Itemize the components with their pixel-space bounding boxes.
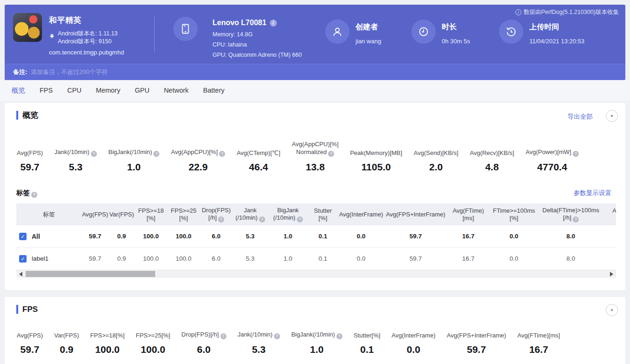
note-label: 备注: — [13, 68, 27, 76]
report-header-main: 和平精英 Android版本名: 1.11.13 Android版本号: 915… — [5, 5, 625, 64]
creator-icon — [325, 20, 349, 44]
android-icon — [49, 33, 55, 46]
overview-metrics: Avg(FPS) 59.7 Jank(/10min) 5.3 BigJank(/… — [5, 122, 625, 173]
upload-time-value: 11/04/2021 13:20:53 — [529, 38, 584, 45]
table-column: FPS>=18[%] 100.0 100.0 — [135, 203, 167, 270]
device-memory: Memory: 14.8G — [212, 29, 302, 40]
tab-gpu[interactable]: GPU — [135, 87, 149, 94]
parameter-display-settings-link[interactable]: 参数显示设置 — [574, 189, 611, 197]
tab-memory[interactable]: Memory — [96, 87, 120, 94]
metric-avg-ftime: Avg(FTime)[ms] 16.7 — [517, 331, 560, 355]
upload-time-label: 上传时间 — [529, 22, 584, 32]
app-icon — [13, 13, 42, 42]
device-cpu: CPU: lahaina — [212, 40, 302, 50]
metric-avg-interframe: Avg(InterFrame) 0.0 — [391, 331, 435, 355]
help-icon[interactable] — [219, 151, 225, 157]
metric-drop-fps: Drop(FPS)[/h] 6.0 — [181, 330, 226, 355]
help-icon[interactable] — [328, 151, 334, 157]
table-scroll-area[interactable]: Avg(FPS) 59.7 59.7 Var(FPS) 0.9 0.9 FPS>… — [82, 203, 616, 270]
metric-avg-power: Avg(Power)[mW] 4770.4 — [526, 148, 579, 173]
device-name: Lenovo L70081 — [212, 19, 267, 27]
table-column: Avg(InterFrame) 0.0 0.0 — [338, 203, 384, 270]
table-column: Avg(FPS) 59.7 59.7 — [82, 203, 109, 270]
checkbox-all[interactable] — [19, 233, 27, 240]
creator-label: 创建者 — [356, 22, 381, 32]
overview-collapse-button[interactable] — [606, 110, 618, 122]
overview-title: 概览 — [16, 111, 616, 120]
metric-bigjank: BigJank(/10min) 1.0 — [291, 330, 342, 355]
table-row-all-label: All — [16, 225, 82, 248]
scroll-right-arrow[interactable] — [610, 272, 613, 276]
scroll-left-arrow[interactable] — [19, 272, 22, 276]
help-icon[interactable] — [218, 216, 224, 222]
creator-value: jian wang — [356, 38, 381, 45]
tab-battery[interactable]: Battery — [203, 87, 225, 94]
duration-label: 时长 — [442, 22, 470, 32]
help-icon[interactable] — [297, 216, 303, 222]
help-icon[interactable] — [31, 192, 37, 198]
app-info: 和平精英 Android版本名: 1.11.13 Android版本号: 915… — [49, 15, 124, 56]
app-name: 和平精英 — [49, 15, 124, 26]
help-icon[interactable] — [274, 333, 280, 339]
table-column-truncated: Avg(AppCPU)[%] 22.9 22.9 — [603, 203, 616, 270]
metric-fps-ge-18: FPS>=18[%] 100.0 — [90, 331, 125, 355]
device-info: Lenovo L70081 Memory: 14.8G CPU: lahaina… — [212, 19, 302, 60]
android-version-name: Android版本名: 1.11.13 — [58, 30, 117, 38]
report-header: 和平精英 Android版本名: 1.11.13 Android版本号: 915… — [5, 5, 625, 80]
scrollbar-thumb[interactable] — [26, 271, 155, 277]
note-bar: 备注: 添加备注，不超过200个字符 — [5, 64, 625, 80]
overview-card: 概览 导出全部 Avg(FPS) 59.7 Jank(/10min) 5.3 B… — [5, 103, 625, 290]
help-icon[interactable] — [91, 151, 97, 157]
help-icon[interactable] — [220, 333, 226, 339]
table-column: FTime>=100ms[%] 0.0 0.0 — [490, 203, 538, 270]
device-info-icon[interactable] — [270, 20, 277, 27]
android-version-code: Android版本号: 9150 — [58, 38, 117, 46]
tab-overview[interactable]: 概览 — [12, 86, 25, 95]
help-icon[interactable] — [336, 333, 342, 339]
metric-bigjank: BigJank(/10min) 1.0 — [109, 148, 160, 173]
upload-time-info: 上传时间 11/04/2021 13:20:53 — [529, 22, 584, 45]
tab-network[interactable]: Network — [164, 87, 189, 94]
metric-avg-ctemp: Avg(CTemp)[℃] 46.4 — [237, 149, 281, 173]
fps-metrics: Avg(FPS) 59.7 Var(FPS) 0.9 FPS>=18[%] 10… — [5, 317, 625, 355]
metric-avg-recv: Avg(Recv)[KB/s] 4.8 — [470, 149, 514, 173]
creator-info: 创建者 jian wang — [356, 22, 381, 45]
help-icon[interactable] — [573, 151, 579, 157]
section-tabbar: 概览 FPS CPU Memory GPU Network Battery — [0, 80, 630, 101]
export-all-link[interactable]: 导出全部 — [568, 113, 593, 121]
help-icon[interactable] — [153, 151, 159, 157]
table-column: Drop(FPS)[/h] 6.0 6.0 — [200, 203, 233, 270]
metric-avg-fps: Avg(FPS) 59.7 — [17, 331, 43, 355]
app-package: com.tencent.tmgp.pubgmhd — [49, 49, 124, 56]
metric-avg-send: Avg(Send)[KB/s] 2.0 — [414, 149, 459, 173]
metric-jank: Jank(/10min) 5.3 — [55, 148, 97, 173]
help-icon[interactable] — [259, 216, 265, 222]
collected-by-text: 数据由PerfDog(5.1.210300)版本收集 — [524, 8, 619, 16]
table-column: Avg(FTime)[ms] 16.7 16.7 — [447, 203, 490, 270]
upload-time-icon — [499, 20, 523, 44]
metric-avg-appcpu: Avg(AppCPU)[%] 22.9 — [171, 148, 225, 173]
metric-avg-fps: Avg(FPS) 59.7 — [17, 149, 43, 173]
fps-collapse-button[interactable] — [606, 304, 618, 316]
metric-var-fps: Var(FPS) 0.9 — [54, 331, 79, 355]
metric-peak-memory: Peak(Memory)[MB] 1105.0 — [350, 149, 402, 173]
duration-info: 时长 0h 30m 5s — [442, 22, 470, 45]
table-column: BigJank(/10min) 1.0 1.0 — [268, 203, 308, 270]
column-header-label: 标签 — [16, 203, 82, 225]
duration-value: 0h 30m 5s — [442, 38, 470, 45]
duration-icon — [411, 20, 436, 44]
device-icon — [173, 17, 198, 41]
info-icon — [515, 9, 521, 15]
table-column: Var(FPS) 0.9 0.9 — [109, 203, 135, 270]
table-column: Delta(FTime)>100ms[/h] 8.0 8.0 — [538, 203, 603, 270]
horizontal-scrollbar[interactable] — [16, 270, 616, 278]
note-input[interactable]: 添加备注，不超过200个字符 — [31, 68, 108, 76]
labels-table: 标签 All label1 Avg(FPS) 59.7 59.7 Var(FPS… — [16, 203, 616, 270]
help-icon[interactable] — [573, 216, 579, 222]
fps-card: FPS Avg(FPS) 59.7 Var(FPS) 0.9 FPS>=18[%… — [5, 297, 625, 364]
header-divider — [154, 17, 155, 52]
checkbox-label1[interactable] — [19, 255, 27, 263]
tab-fps[interactable]: FPS — [40, 87, 53, 94]
device-gpu: GPU: Qualcomm Adreno (TM) 660 — [212, 50, 302, 60]
tab-cpu[interactable]: CPU — [67, 87, 82, 94]
